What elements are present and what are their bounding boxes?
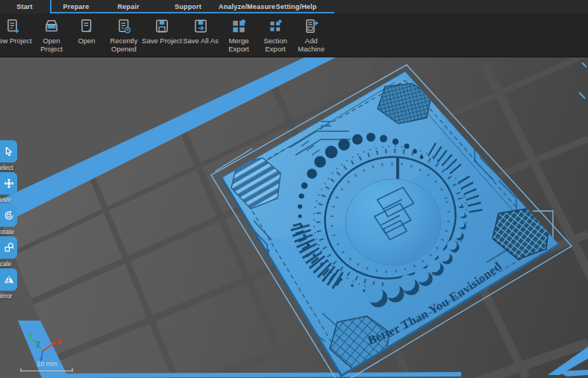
recently-opened-icon bbox=[116, 18, 132, 34]
save-all-as-button[interactable]: Save All As bbox=[180, 16, 222, 45]
merge-export-button[interactable]: Merge Export bbox=[218, 16, 260, 53]
scale-tool-button[interactable] bbox=[0, 236, 17, 259]
mirror-tool-button[interactable] bbox=[0, 268, 17, 291]
select-cursor-icon bbox=[3, 145, 15, 157]
menu-bar: Start Prepare Repair Support Analyze/Mea… bbox=[0, 0, 588, 13]
tab-start[interactable]: Start bbox=[16, 0, 33, 13]
active-tab-indicator-edge bbox=[50, 0, 51, 13]
axis-label-z: Z bbox=[36, 341, 40, 349]
open-icon bbox=[78, 18, 95, 34]
open-project-icon bbox=[43, 18, 60, 34]
scale-bar-label: 10 mm bbox=[37, 360, 57, 368]
recently-opened-button[interactable]: Recently Opened bbox=[103, 16, 145, 53]
merge-export-icon bbox=[231, 18, 247, 34]
axis-label-x: X bbox=[57, 338, 63, 346]
add-machine-button[interactable]: Add Machine bbox=[290, 16, 332, 53]
add-machine-icon bbox=[303, 18, 319, 34]
rotate-tool-button[interactable] bbox=[0, 204, 17, 227]
ribbon-toolbar: New Project Open Project Open Recently O… bbox=[0, 13, 588, 57]
mirror-icon bbox=[3, 274, 15, 286]
move-tool-button[interactable] bbox=[0, 172, 17, 195]
viewport-3d[interactable]: Better Than You Envisioned Y X Z 10 mm S… bbox=[0, 57, 588, 378]
new-project-button[interactable]: New Project bbox=[0, 16, 34, 45]
rotate-icon bbox=[3, 210, 15, 221]
save-project-icon bbox=[154, 18, 170, 34]
scene-canvas: Better Than You Envisioned Y X Z 10 mm bbox=[0, 57, 588, 378]
save-project-button[interactable]: Save Project bbox=[141, 16, 183, 45]
new-project-icon bbox=[4, 18, 21, 34]
scale-icon bbox=[3, 242, 15, 253]
save-all-as-icon bbox=[193, 18, 209, 34]
open-button[interactable]: Open bbox=[66, 16, 107, 45]
section-export-icon bbox=[267, 18, 284, 34]
axis-label-y: Y bbox=[28, 333, 34, 341]
move-icon bbox=[3, 177, 15, 189]
select-tool-button[interactable] bbox=[0, 140, 17, 163]
